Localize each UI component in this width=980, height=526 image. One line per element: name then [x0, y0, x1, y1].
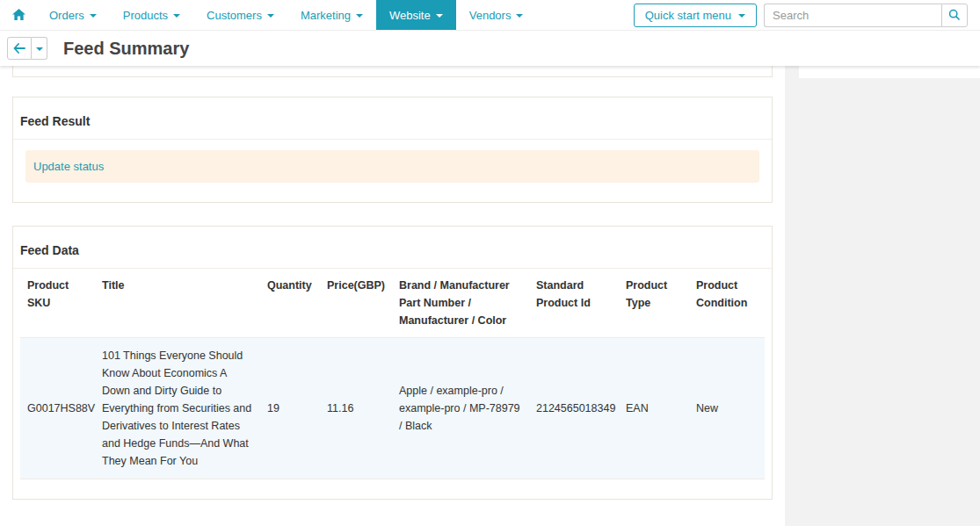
nav-item-label: Website	[389, 9, 431, 22]
right-background	[785, 66, 980, 526]
cell-quantity: 19	[260, 338, 320, 479]
nav-item-vendors[interactable]: Vendors	[456, 0, 537, 30]
cell-product-type: EAN	[619, 338, 689, 479]
cell-title: 101 Things Everyone Should Know About Ec…	[95, 338, 260, 479]
nav-item-website[interactable]: Website	[376, 0, 456, 30]
quick-start-menu-button[interactable]: Quick start menu	[634, 4, 757, 27]
chevron-down-icon	[738, 14, 745, 18]
nav-item-label: Vendors	[469, 9, 512, 22]
nav-item-products[interactable]: Products	[110, 0, 193, 30]
top-navigation: Orders Products Customers Marketing Webs…	[0, 0, 980, 31]
search-input[interactable]	[764, 4, 941, 27]
nav-item-customers[interactable]: Customers	[193, 0, 287, 30]
nav-item-orders[interactable]: Orders	[36, 0, 110, 30]
column-header-title: Title	[95, 269, 260, 338]
column-header-sku: Product SKU	[20, 269, 95, 338]
main-content: Feed Result Update status Feed Data	[0, 66, 785, 526]
table-row: G0017HS88V 101 Things Everyone Should Kn…	[20, 338, 765, 479]
nav-item-label: Products	[123, 9, 168, 22]
feed-data-table-wrap: Product SKU Title Quantity Price(GBP) Br…	[13, 269, 772, 499]
column-header-product-type: Product Type	[619, 269, 689, 338]
page-body: Feed Result Update status Feed Data	[0, 66, 980, 526]
nav-item-label: Marketing	[301, 9, 351, 22]
page-title: Feed Summary	[63, 39, 189, 59]
nav-item-marketing[interactable]: Marketing	[287, 0, 376, 30]
table-header-row: Product SKU Title Quantity Price(GBP) Br…	[20, 269, 765, 338]
column-header-product-condition: Product Condition	[689, 269, 765, 338]
nav-item-label: Customers	[207, 9, 262, 22]
feed-result-body: Update status	[13, 140, 772, 202]
column-header-standard-product-id: Standard Product Id	[529, 269, 619, 338]
feed-data-title: Feed Data	[13, 227, 772, 269]
chevron-down-icon	[356, 14, 363, 18]
cell-price: 11.16	[320, 338, 392, 479]
chevron-down-icon	[267, 14, 274, 18]
feed-result-card: Feed Result Update status	[12, 97, 773, 203]
cell-sku: G0017HS88V	[20, 338, 95, 479]
feed-data-card: Feed Data Product SKU Title Quantity Pri…	[12, 226, 773, 500]
page-header: Feed Summary	[0, 31, 980, 66]
nav-item-label: Orders	[49, 9, 84, 22]
search-bar	[764, 4, 968, 27]
cell-product-condition: New	[689, 338, 765, 479]
home-icon	[12, 9, 25, 21]
column-header-price: Price(GBP)	[320, 269, 392, 338]
back-options-button[interactable]	[32, 37, 47, 60]
feed-result-title: Feed Result	[13, 97, 772, 140]
chevron-down-icon	[36, 47, 43, 51]
chevron-down-icon	[173, 14, 180, 18]
quick-start-menu-label: Quick start menu	[645, 9, 731, 22]
back-button[interactable]	[7, 37, 32, 60]
nav-right-tools: Quick start menu	[634, 0, 980, 30]
column-header-quantity: Quantity	[260, 269, 320, 338]
back-split-button	[7, 37, 47, 60]
nav-home[interactable]	[0, 0, 36, 30]
scrolled-card-remnant	[12, 66, 773, 77]
search-button[interactable]	[941, 4, 968, 27]
right-background-top-strip	[799, 66, 980, 78]
chevron-down-icon	[90, 14, 97, 18]
chevron-down-icon	[516, 14, 523, 18]
feed-data-table: Product SKU Title Quantity Price(GBP) Br…	[20, 269, 765, 479]
update-status-link[interactable]: Update status	[33, 160, 104, 173]
search-icon	[948, 9, 961, 21]
arrow-left-icon	[13, 43, 25, 54]
feed-result-alert: Update status	[25, 150, 759, 183]
cell-brand: Apple / example-pro / example-pro / MP-7…	[392, 338, 529, 479]
column-header-brand: Brand / Manufacturer Part Number / Manuf…	[392, 269, 529, 338]
chevron-down-icon	[436, 14, 443, 18]
cell-standard-product-id: 2124565018349	[529, 338, 619, 479]
